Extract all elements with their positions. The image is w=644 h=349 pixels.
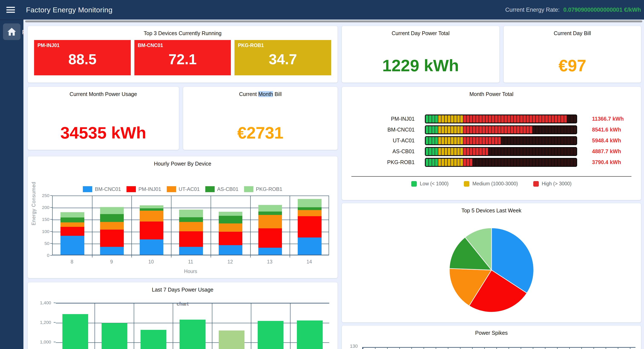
led-segment (552, 148, 554, 155)
led-segment (514, 148, 516, 155)
y-tick-mark (50, 219, 52, 220)
card-current-month-power-usage: Current Month Power Usage 34535 kWh (28, 87, 179, 150)
legend-label: AS-CB01 (217, 186, 238, 192)
bar-segment-ut-ac01 (179, 222, 203, 231)
led-segment (532, 126, 536, 133)
y-tick-mark (50, 195, 52, 196)
led-segment (454, 148, 457, 155)
led-segment (473, 137, 476, 144)
bar-segment-bm-cnc01 (100, 247, 124, 255)
led-segment (448, 148, 450, 155)
led-segment (508, 137, 510, 144)
led-segment (442, 115, 444, 123)
led-segment (523, 126, 526, 133)
led-segment (504, 159, 507, 166)
led-segment (451, 159, 454, 166)
card-title: Top 3 Devices Currently Running (28, 26, 338, 36)
device-power-value: 34.7 (234, 40, 331, 75)
legend-item: PM-INJ01 (126, 186, 161, 192)
bar-segment-bm-cnc01 (140, 239, 163, 255)
led-segment (574, 137, 576, 144)
led-segment (479, 115, 482, 123)
stacked-bar (60, 212, 84, 255)
led-segment (511, 137, 514, 144)
legend-item: PKG-ROB1 (244, 186, 282, 192)
day-bar (62, 314, 88, 349)
led-segment (558, 148, 560, 155)
pie-chart-svg (448, 226, 536, 314)
led-segment (539, 159, 542, 166)
legend-swatch (167, 186, 176, 192)
led-segment (464, 115, 466, 123)
sidebar-item-label-clipped: F (22, 28, 24, 36)
led-segment (567, 126, 570, 133)
led-segment (526, 137, 529, 144)
device-tile-bm-cnc01: BM-CNC01 72.1 (134, 40, 231, 75)
led-segment (548, 159, 551, 166)
led-segment (454, 159, 457, 166)
led-segment (438, 137, 441, 144)
y-tick-mark (50, 255, 52, 256)
led-segment (545, 159, 548, 166)
sidebar-home-button[interactable] (3, 23, 20, 40)
horizontal-scrollbar-thumb[interactable] (25, 20, 642, 22)
led-segment (504, 148, 507, 155)
led-segment (426, 126, 428, 133)
led-segment (451, 137, 454, 144)
led-segment (548, 137, 551, 144)
month-power-gauge-list: PM-INJ0111366.7 kWhBM-CNC018541.6 kWhUT-… (342, 113, 641, 168)
led-segment (476, 159, 479, 166)
led-segment (476, 148, 479, 155)
stacked-bar (298, 199, 321, 255)
led-segment (561, 137, 564, 144)
gridline (250, 196, 251, 258)
led-segment (429, 148, 432, 155)
led-gauge-bar (425, 114, 577, 123)
led-segment (552, 126, 554, 133)
led-segment (517, 148, 520, 155)
led-segment (526, 148, 529, 155)
y-tick-mark (50, 207, 52, 208)
led-segment (504, 137, 507, 144)
led-segment (526, 115, 529, 123)
gridline (132, 196, 132, 258)
led-segment (498, 115, 501, 123)
chart-title: Top 5 Devices Last Week (342, 203, 641, 214)
led-segment (498, 126, 501, 133)
chart-title: Power Spikes (342, 326, 641, 336)
hamburger-menu-icon[interactable] (6, 7, 15, 13)
device-power-value: 88.5 (34, 40, 131, 75)
led-segment (554, 148, 557, 155)
led-segment (438, 115, 441, 123)
led-segment (511, 115, 514, 123)
bar-segment-pkg-rob1 (179, 210, 203, 217)
device-label: AS-CB01 (342, 148, 425, 154)
led-segment (570, 115, 573, 123)
led-segment (492, 115, 494, 123)
led-segment (530, 159, 532, 166)
selected-text-month: Month (258, 91, 273, 97)
led-segment (511, 126, 514, 133)
card-title: Current Day Power Total (342, 26, 500, 36)
stacked-bar (258, 205, 282, 255)
led-segment (448, 115, 450, 123)
led-segment (536, 148, 538, 155)
device-power-value: 72.1 (134, 40, 231, 75)
led-segment (429, 159, 432, 166)
led-segment (558, 159, 560, 166)
device-label: UT-AC01 (342, 137, 425, 144)
led-segment (564, 159, 567, 166)
led-segment (530, 148, 532, 155)
led-segment (517, 159, 520, 166)
y-tick-label: 250 (37, 193, 50, 198)
led-segment (554, 115, 557, 123)
led-segment (545, 126, 548, 133)
bar-segment-bm-cnc01 (298, 238, 321, 255)
led-segment (514, 115, 516, 123)
legend-swatch (533, 181, 539, 187)
bar-segment-as-cb01 (258, 212, 282, 215)
bar-segment-bm-cnc01 (219, 245, 242, 255)
led-segment (488, 137, 491, 144)
kwh-value: 8541.6 kWh (577, 127, 621, 133)
led-segment (445, 148, 448, 155)
